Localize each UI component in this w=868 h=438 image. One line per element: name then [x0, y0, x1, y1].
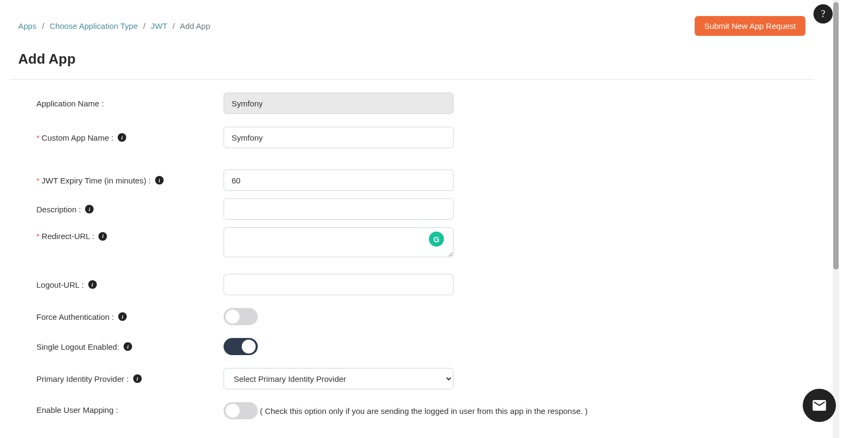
jwt-expiry-input[interactable]: [224, 170, 454, 191]
help-icon[interactable]: ?: [813, 4, 833, 24]
primary-idp-label: Primary Identity Provider :: [36, 374, 129, 383]
redirect-url-label: Redirect-URL :: [42, 232, 95, 241]
breadcrumb-sep: /: [143, 21, 145, 30]
breadcrumb-sep: /: [173, 21, 175, 30]
breadcrumb-apps[interactable]: Apps: [18, 21, 36, 30]
info-icon[interactable]: i: [118, 133, 126, 142]
info-icon[interactable]: i: [118, 312, 127, 321]
user-mapping-toggle[interactable]: [224, 402, 258, 419]
info-icon[interactable]: i: [124, 342, 132, 351]
required-marker: *: [36, 176, 40, 185]
single-logout-label: Single Logout Enabled:: [36, 342, 119, 351]
redirect-url-input[interactable]: [224, 227, 454, 257]
description-label: Description :: [36, 205, 81, 214]
breadcrumb: Apps / Choose Application Type / JWT / A…: [18, 21, 210, 30]
info-icon[interactable]: i: [98, 232, 107, 241]
add-app-form: Application Name : * Custom App Name : i…: [0, 80, 824, 419]
info-icon[interactable]: i: [133, 374, 142, 383]
description-input[interactable]: [224, 198, 454, 220]
custom-app-name-label: Custom App Name :: [42, 133, 113, 142]
scrollbar-thumb[interactable]: [833, 2, 839, 270]
user-mapping-hint: ( Check this option only if you are send…: [260, 406, 588, 416]
application-name-label: Application Name :: [36, 99, 104, 108]
breadcrumb-jwt[interactable]: JWT: [151, 21, 167, 30]
info-icon[interactable]: i: [85, 205, 94, 213]
required-marker: *: [36, 133, 40, 142]
vertical-scrollbar[interactable]: [833, 0, 839, 438]
logout-url-input[interactable]: [224, 274, 454, 295]
page-title: Add App: [0, 36, 824, 79]
info-icon[interactable]: i: [155, 176, 164, 185]
primary-idp-select[interactable]: Select Primary Identity Provider: [224, 368, 454, 389]
application-name-input: [224, 93, 454, 114]
breadcrumb-choose-type[interactable]: Choose Application Type: [50, 21, 138, 30]
required-marker: *: [36, 232, 40, 241]
single-logout-toggle[interactable]: [224, 338, 258, 355]
breadcrumb-current: Add App: [180, 21, 210, 30]
chat-icon[interactable]: [803, 389, 836, 422]
jwt-expiry-label: JWT Expiry Time (in minutes) :: [42, 176, 151, 185]
breadcrumb-sep: /: [42, 21, 44, 30]
logout-url-label: Logout-URL :: [36, 280, 84, 289]
force-auth-label: Force Authentication :: [36, 312, 114, 321]
grammarly-icon[interactable]: G: [429, 232, 444, 247]
custom-app-name-input[interactable]: [224, 127, 454, 148]
submit-new-app-request-button[interactable]: Submit New App Request: [695, 16, 805, 36]
user-mapping-label: Enable User Mapping :: [36, 405, 118, 414]
force-auth-toggle[interactable]: [224, 308, 258, 325]
info-icon[interactable]: i: [88, 280, 97, 289]
